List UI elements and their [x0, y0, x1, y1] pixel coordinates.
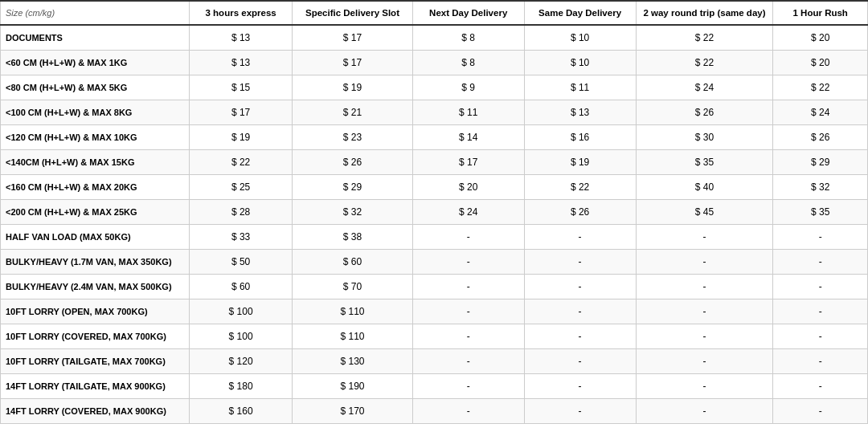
- cell-same: -: [524, 324, 636, 349]
- cell-next: -: [412, 324, 524, 349]
- cell-rush: -: [773, 275, 868, 299]
- table-row: 14FT LORRY (TAILGATE, MAX 900KG)$ 180$ 1…: [1, 374, 868, 399]
- table-row: <160 CM (H+L+W) & MAX 20KG$ 25$ 29$ 20$ …: [1, 175, 868, 200]
- cell-3hr: $ 180: [190, 374, 293, 399]
- cell-size: 10FT LORRY (TAILGATE, MAX 700KG): [1, 349, 190, 374]
- cell-3hr: $ 33: [190, 225, 293, 250]
- cell-specific: $ 130: [293, 349, 413, 374]
- cell-rush: -: [773, 349, 868, 374]
- cell-size: 10FT LORRY (COVERED, MAX 700KG): [1, 324, 190, 349]
- cell-specific: $ 38: [293, 225, 413, 250]
- header-2way: 2 way round trip (same day): [636, 1, 773, 25]
- cell-same: -: [524, 250, 636, 275]
- cell-rush: $ 24: [773, 100, 868, 125]
- cell-rush: $ 26: [773, 125, 868, 150]
- cell-twoway: -: [636, 299, 773, 324]
- header-next: Next Day Delivery: [412, 1, 524, 25]
- cell-twoway: $ 24: [636, 75, 773, 100]
- cell-twoway: $ 35: [636, 150, 773, 175]
- cell-same: $ 19: [524, 150, 636, 175]
- cell-twoway: -: [636, 399, 773, 424]
- cell-3hr: $ 100: [190, 324, 293, 349]
- cell-size: DOCUMENTS: [1, 25, 190, 51]
- cell-specific: $ 26: [293, 150, 413, 175]
- cell-size: <80 CM (H+L+W) & MAX 5KG: [1, 75, 190, 100]
- cell-size: 14FT LORRY (COVERED, MAX 900KG): [1, 399, 190, 424]
- table-row: BULKY/HEAVY (1.7M VAN, MAX 350KG)$ 50$ 6…: [1, 250, 868, 275]
- cell-twoway: -: [636, 250, 773, 275]
- cell-specific: $ 110: [293, 324, 413, 349]
- cell-rush: -: [773, 225, 868, 250]
- cell-specific: $ 170: [293, 399, 413, 424]
- table-row: 14FT LORRY (COVERED, MAX 900KG)$ 160$ 17…: [1, 399, 868, 424]
- cell-same: -: [524, 399, 636, 424]
- cell-specific: $ 32: [293, 200, 413, 225]
- table-row: DOCUMENTS$ 13$ 17$ 8$ 10$ 22$ 20: [1, 25, 868, 51]
- header-specific: Specific Delivery Slot: [293, 1, 413, 25]
- cell-same: $ 10: [524, 51, 636, 75]
- cell-size: <200 CM (H+L+W) & MAX 25KG: [1, 200, 190, 225]
- cell-specific: $ 21: [293, 100, 413, 125]
- table-row: <120 CM (H+L+W) & MAX 10KG$ 19$ 23$ 14$ …: [1, 125, 868, 150]
- table-row: 10FT LORRY (OPEN, MAX 700KG)$ 100$ 110--…: [1, 299, 868, 324]
- cell-twoway: $ 22: [636, 25, 773, 51]
- cell-rush: -: [773, 399, 868, 424]
- cell-specific: $ 29: [293, 175, 413, 200]
- cell-next: $ 8: [412, 25, 524, 51]
- cell-3hr: $ 22: [190, 150, 293, 175]
- cell-same: -: [524, 374, 636, 399]
- cell-next: -: [412, 250, 524, 275]
- cell-next: -: [412, 225, 524, 250]
- table-row: HALF VAN LOAD (MAX 50KG)$ 33$ 38----: [1, 225, 868, 250]
- cell-twoway: $ 22: [636, 51, 773, 75]
- cell-size: <120 CM (H+L+W) & MAX 10KG: [1, 125, 190, 150]
- cell-same: $ 26: [524, 200, 636, 225]
- cell-same: $ 22: [524, 175, 636, 200]
- cell-3hr: $ 120: [190, 349, 293, 374]
- header-3hr: 3 hours express: [190, 1, 293, 25]
- cell-twoway: $ 30: [636, 125, 773, 150]
- cell-same: $ 11: [524, 75, 636, 100]
- cell-specific: $ 110: [293, 299, 413, 324]
- cell-next: -: [412, 275, 524, 299]
- cell-rush: $ 22: [773, 75, 868, 100]
- cell-rush: -: [773, 250, 868, 275]
- cell-3hr: $ 160: [190, 399, 293, 424]
- cell-next: $ 8: [412, 51, 524, 75]
- cell-same: -: [524, 349, 636, 374]
- cell-3hr: $ 17: [190, 100, 293, 125]
- cell-next: -: [412, 374, 524, 399]
- cell-rush: -: [773, 299, 868, 324]
- cell-size: BULKY/HEAVY (1.7M VAN, MAX 350KG): [1, 250, 190, 275]
- cell-3hr: $ 60: [190, 275, 293, 299]
- cell-size: <160 CM (H+L+W) & MAX 20KG: [1, 175, 190, 200]
- cell-next: $ 14: [412, 125, 524, 150]
- cell-3hr: $ 28: [190, 200, 293, 225]
- cell-next: -: [412, 299, 524, 324]
- table-row: <80 CM (H+L+W) & MAX 5KG$ 15$ 19$ 9$ 11$…: [1, 75, 868, 100]
- cell-twoway: -: [636, 275, 773, 299]
- cell-specific: $ 19: [293, 75, 413, 100]
- cell-rush: $ 29: [773, 150, 868, 175]
- table-row: BULKY/HEAVY (2.4M VAN, MAX 500KG)$ 60$ 7…: [1, 275, 868, 299]
- cell-size: HALF VAN LOAD (MAX 50KG): [1, 225, 190, 250]
- cell-same: $ 10: [524, 25, 636, 51]
- cell-3hr: $ 19: [190, 125, 293, 150]
- table-row: <200 CM (H+L+W) & MAX 25KG$ 28$ 32$ 24$ …: [1, 200, 868, 225]
- cell-rush: $ 20: [773, 25, 868, 51]
- table-row: <60 CM (H+L+W) & MAX 1KG$ 13$ 17$ 8$ 10$…: [1, 51, 868, 75]
- cell-rush: $ 35: [773, 200, 868, 225]
- cell-next: -: [412, 399, 524, 424]
- cell-same: $ 16: [524, 125, 636, 150]
- cell-next: -: [412, 349, 524, 374]
- cell-size: BULKY/HEAVY (2.4M VAN, MAX 500KG): [1, 275, 190, 299]
- cell-twoway: -: [636, 225, 773, 250]
- cell-3hr: $ 13: [190, 51, 293, 75]
- cell-size: <140CM (H+L+W) & MAX 15KG: [1, 150, 190, 175]
- cell-3hr: $ 13: [190, 25, 293, 51]
- cell-specific: $ 70: [293, 275, 413, 299]
- header-same: Same Day Delivery: [524, 1, 636, 25]
- cell-rush: $ 20: [773, 51, 868, 75]
- cell-specific: $ 190: [293, 374, 413, 399]
- cell-size: 10FT LORRY (OPEN, MAX 700KG): [1, 299, 190, 324]
